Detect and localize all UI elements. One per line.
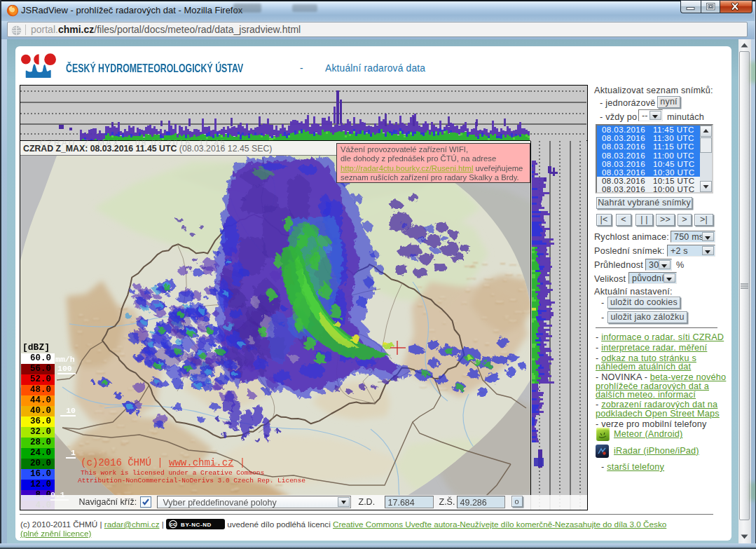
svg-text:cc: cc	[170, 521, 177, 527]
svg-text:BY-NC-ND: BY-NC-ND	[181, 522, 212, 528]
